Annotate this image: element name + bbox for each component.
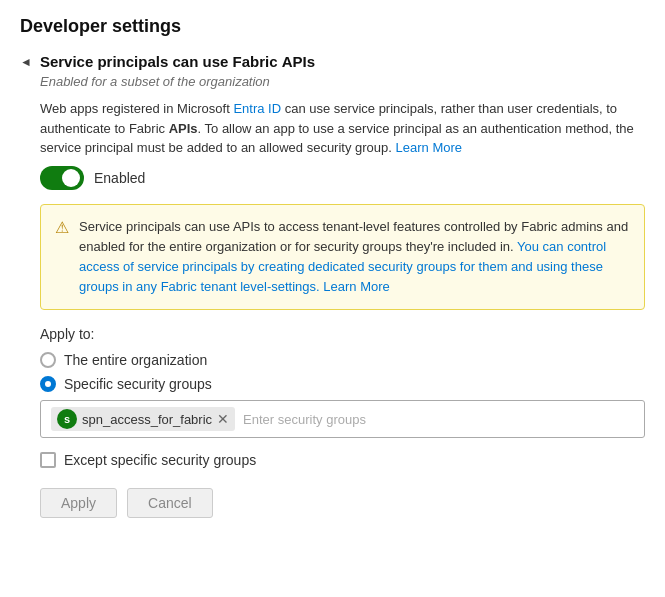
toggle-thumb <box>62 169 80 187</box>
section-container: ◄ Service principals can use Fabric APIs… <box>20 53 645 518</box>
toggle-row: Enabled <box>40 166 645 190</box>
except-checkbox[interactable] <box>40 452 56 468</box>
except-checkbox-label: Except specific security groups <box>64 452 256 468</box>
sg-tag: s spn_access_for_fabric ✕ <box>51 407 235 431</box>
learn-more-link-1[interactable]: Learn More <box>396 140 462 155</box>
sg-tag-text: spn_access_for_fabric <box>82 412 212 427</box>
section-title-bold: APIs <box>282 53 315 70</box>
info-box: ⚠ Service principals can use APIs to acc… <box>40 204 645 311</box>
section-title-text: Service principals can use Fabric <box>40 53 282 70</box>
radio-entire-org[interactable] <box>40 352 56 368</box>
section-description: Web apps registered in Microsoft Entra I… <box>40 99 645 158</box>
toggle-track <box>40 166 84 190</box>
radio-specific-groups-label: Specific security groups <box>64 376 212 392</box>
entra-id-link[interactable]: Entra ID <box>233 101 281 116</box>
sg-tag-avatar: s <box>57 409 77 429</box>
radio-specific-groups-row[interactable]: Specific security groups <box>40 376 645 392</box>
toggle-label: Enabled <box>94 170 145 186</box>
security-groups-input[interactable]: s spn_access_for_fabric ✕ Enter security… <box>40 400 645 438</box>
info-box-text: Service principals can use APIs to acces… <box>79 217 630 298</box>
radio-entire-org-label: The entire organization <box>64 352 207 368</box>
warning-icon: ⚠ <box>55 218 69 237</box>
radio-entire-org-row[interactable]: The entire organization <box>40 352 645 368</box>
cancel-button[interactable]: Cancel <box>127 488 213 518</box>
section-subtitle: Enabled for a subset of the organization <box>40 74 645 89</box>
section-header: ◄ Service principals can use Fabric APIs <box>20 53 645 70</box>
apply-to-label: Apply to: <box>40 326 645 342</box>
apply-button[interactable]: Apply <box>40 488 117 518</box>
sg-tag-close-icon[interactable]: ✕ <box>217 412 229 426</box>
button-row: Apply Cancel <box>40 488 645 518</box>
radio-specific-groups[interactable] <box>40 376 56 392</box>
learn-more-link-2[interactable]: Learn More <box>323 279 389 294</box>
collapse-arrow-icon[interactable]: ◄ <box>20 55 32 69</box>
sg-placeholder: Enter security groups <box>243 412 366 427</box>
section-title: Service principals can use Fabric APIs <box>40 53 315 70</box>
except-checkbox-row[interactable]: Except specific security groups <box>40 452 645 468</box>
page-title: Developer settings <box>20 16 645 37</box>
enabled-toggle[interactable] <box>40 166 84 190</box>
